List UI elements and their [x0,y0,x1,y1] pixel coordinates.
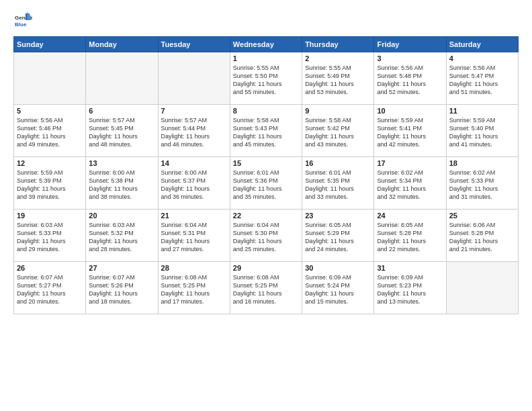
calendar-cell: 3Sunrise: 5:56 AMSunset: 5:48 PMDaylight… [374,52,446,105]
calendar-cell: 30Sunrise: 6:09 AMSunset: 5:24 PMDayligh… [302,262,374,314]
day-number: 28 [161,264,227,272]
cell-text: Sunrise: 6:06 AM [449,221,515,229]
calendar-cell: 29Sunrise: 6:08 AMSunset: 5:25 PMDayligh… [230,262,302,314]
cell-text: Sunrise: 5:59 AM [449,116,515,124]
calendar-cell: 10Sunrise: 5:59 AMSunset: 5:41 PMDayligh… [374,105,446,157]
calendar-cell: 28Sunrise: 6:08 AMSunset: 5:25 PMDayligh… [158,262,230,314]
day-number: 15 [233,159,299,167]
cell-text: Sunset: 5:38 PM [89,177,154,185]
cell-text: Sunrise: 5:56 AM [377,64,443,72]
cell-text: Sunset: 5:46 PM [17,124,83,132]
cell-text: Sunset: 5:25 PM [233,281,299,289]
day-number: 12 [17,159,83,167]
calendar-cell: 15Sunrise: 6:01 AMSunset: 5:36 PMDayligh… [230,157,302,210]
cell-text: Sunset: 5:28 PM [449,229,515,237]
cell-text: and 36 minutes. [161,193,227,201]
svg-text:Blue: Blue [15,21,27,28]
cell-text: Sunrise: 6:02 AM [377,169,443,177]
day-number: 20 [89,212,154,220]
cell-text: Daylight: 11 hours [233,289,299,298]
cell-text: Sunset: 5:32 PM [89,229,154,237]
cell-text: Sunset: 5:28 PM [377,229,443,237]
day-number: 4 [449,54,515,62]
day-number: 24 [377,212,443,220]
cell-text: Daylight: 11 hours [233,237,299,245]
calendar-cell: 19Sunrise: 6:03 AMSunset: 5:33 PMDayligh… [14,210,86,262]
day-number: 31 [377,264,443,272]
cell-text: and 17 minutes. [161,298,227,306]
cell-text: Sunrise: 6:09 AM [305,273,371,281]
cell-text: and 15 minutes. [305,298,371,306]
cell-text: and 13 minutes. [377,298,443,306]
day-number: 6 [89,107,154,115]
calendar-cell: 13Sunrise: 6:00 AMSunset: 5:38 PMDayligh… [86,157,158,210]
cell-text: Sunrise: 6:02 AM [449,169,515,177]
cell-text: Sunset: 5:47 PM [449,72,515,80]
cell-text: Sunrise: 6:00 AM [89,169,154,177]
cell-text: Sunset: 5:29 PM [305,229,371,237]
cell-text: and 16 minutes. [233,298,299,306]
cell-text: Sunset: 5:27 PM [17,281,83,289]
cell-text: Sunrise: 6:01 AM [233,169,299,177]
weekday-header-friday: Friday [374,37,446,52]
cell-text: Daylight: 11 hours [305,237,371,245]
calendar-cell: 23Sunrise: 6:05 AMSunset: 5:29 PMDayligh… [302,210,374,262]
cell-text: and 49 minutes. [17,140,83,148]
day-number: 16 [305,159,371,167]
cell-text: Sunrise: 6:08 AM [161,273,227,281]
cell-text: Sunrise: 5:55 AM [305,64,371,72]
cell-text: Daylight: 11 hours [233,80,299,88]
cell-text: Sunrise: 6:09 AM [377,273,443,281]
cell-text: and 55 minutes. [233,88,299,96]
calendar-cell: 9Sunrise: 5:58 AMSunset: 5:42 PMDaylight… [302,105,374,157]
page-header: General Blue [13,11,519,30]
cell-text: and 18 minutes. [89,298,154,306]
weekday-header-sunday: Sunday [14,37,86,52]
day-number: 29 [233,264,299,272]
cell-text: and 41 minutes. [449,140,515,148]
calendar-cell: 5Sunrise: 5:56 AMSunset: 5:46 PMDaylight… [14,105,86,157]
cell-text: and 25 minutes. [233,245,299,253]
weekday-header-monday: Monday [86,37,158,52]
cell-text: and 45 minutes. [233,140,299,148]
cell-text: Sunrise: 6:04 AM [233,221,299,229]
cell-text: and 39 minutes. [17,193,83,201]
day-number: 2 [305,54,371,62]
cell-text: Sunset: 5:36 PM [233,177,299,185]
day-number: 1 [233,54,299,62]
cell-text: Daylight: 11 hours [17,289,83,298]
calendar-cell [86,52,158,105]
cell-text: and 20 minutes. [17,298,83,306]
day-number: 27 [89,264,154,272]
cell-text: Daylight: 11 hours [305,80,371,88]
cell-text: Daylight: 11 hours [161,289,227,298]
cell-text: and 43 minutes. [305,140,371,148]
cell-text: Daylight: 11 hours [89,237,154,245]
logo: General Blue [13,11,32,30]
cell-text: Daylight: 11 hours [233,185,299,193]
cell-text: Daylight: 11 hours [449,237,515,245]
weekday-header-saturday: Saturday [446,37,518,52]
cell-text: Daylight: 11 hours [449,185,515,193]
cell-text: Sunset: 5:43 PM [233,124,299,132]
cell-text: Daylight: 11 hours [161,185,227,193]
cell-text: Sunset: 5:26 PM [89,281,154,289]
cell-text: Sunset: 5:35 PM [305,177,371,185]
cell-text: Sunrise: 5:59 AM [17,169,83,177]
cell-text: and 35 minutes. [233,193,299,201]
cell-text: Daylight: 11 hours [377,132,443,140]
calendar-cell: 21Sunrise: 6:04 AMSunset: 5:31 PMDayligh… [158,210,230,262]
day-number: 14 [161,159,227,167]
cell-text: Daylight: 11 hours [233,132,299,140]
cell-text: Sunset: 5:24 PM [305,281,371,289]
cell-text: Sunrise: 6:08 AM [233,273,299,281]
cell-text: and 48 minutes. [89,140,154,148]
calendar-cell: 12Sunrise: 5:59 AMSunset: 5:39 PMDayligh… [14,157,86,210]
cell-text: and 24 minutes. [305,245,371,253]
cell-text: Sunset: 5:48 PM [377,72,443,80]
cell-text: Sunrise: 5:56 AM [17,116,83,124]
day-number: 19 [17,212,83,220]
cell-text: Daylight: 11 hours [377,80,443,88]
cell-text: and 52 minutes. [377,88,443,96]
cell-text: Sunrise: 6:00 AM [161,169,227,177]
